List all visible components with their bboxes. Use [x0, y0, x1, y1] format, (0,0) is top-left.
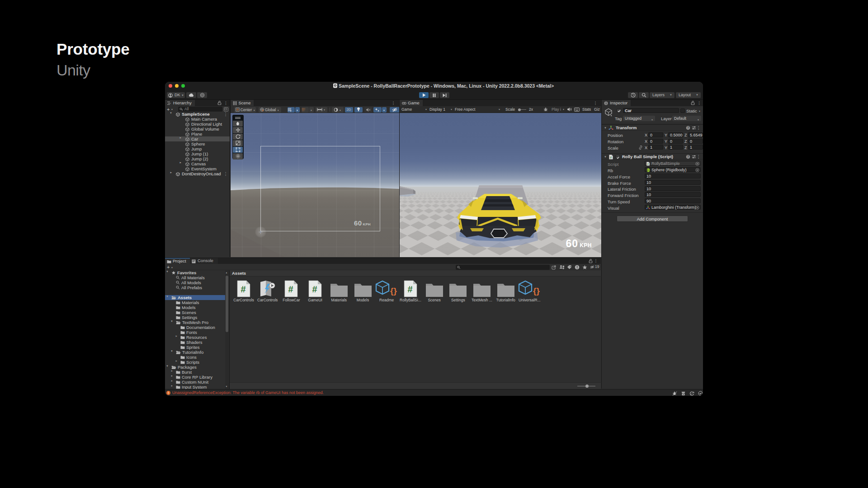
svg-text:Y: Y [290, 109, 292, 112]
svg-text:{}: {} [533, 286, 540, 296]
svg-text:#: # [312, 284, 317, 294]
svg-text:{}: {} [390, 286, 397, 296]
svg-text:?: ? [687, 155, 689, 158]
svg-text:#: # [407, 284, 412, 294]
svg-text:#: # [241, 284, 245, 294]
svg-text:#: # [610, 155, 612, 159]
svg-text:#: # [288, 284, 293, 294]
svg-text:?: ? [687, 126, 689, 129]
